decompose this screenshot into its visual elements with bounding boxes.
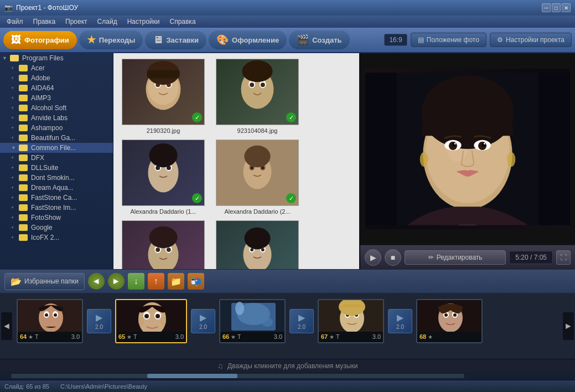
file-item-5[interactable]: ✓ Alexandra Daddario.jpeg xyxy=(119,220,208,269)
file-item-6[interactable]: ✓ Alexis Knapp.jpg xyxy=(213,220,302,269)
slide-dur-66: 3.0 xyxy=(274,333,282,340)
tree-item-dllsuite[interactable]: + DLLSuite xyxy=(0,163,113,173)
file-item-1[interactable]: ✓ 2190320.jpg xyxy=(119,59,208,134)
add-button[interactable]: 📬 xyxy=(188,273,204,290)
edit-button[interactable]: ✏ Редактировать xyxy=(405,250,506,265)
slide-num-68: 68 xyxy=(419,333,426,340)
tree-item-ashampoo[interactable]: + Ashampoo xyxy=(0,123,113,133)
transition-1[interactable]: ▶ 2.0 xyxy=(85,299,113,343)
transition-3[interactable]: ▶ 2.0 xyxy=(288,299,315,343)
timeline-scroll[interactable]: ◄ 64 ★ T 3.0 xyxy=(0,293,575,349)
scrollbar-area xyxy=(0,372,575,380)
file-item-2[interactable]: ✓ 923104084.jpg xyxy=(213,59,302,134)
file-item-3[interactable]: ✓ Alexandra Daddario (1... xyxy=(119,140,208,215)
folder-icon xyxy=(19,95,28,101)
menu-settings[interactable]: Настройки xyxy=(123,17,164,27)
transition-4[interactable]: ▶ 2.0 xyxy=(386,299,414,343)
folder-icon xyxy=(19,85,28,91)
tree-item-fotoshow[interactable]: + FotoShow xyxy=(0,213,113,223)
project-settings-button[interactable]: ⚙ Настройки проекта xyxy=(490,33,572,47)
tab-design[interactable]: 🎨 Оформление xyxy=(209,30,287,49)
tree-item-icofx[interactable]: + IcoFX 2... xyxy=(0,233,113,243)
trans-badge-2: ▶ 2.0 xyxy=(191,309,215,333)
tree-item-beautifun[interactable]: + Beautifun Ga... xyxy=(0,133,113,143)
svg-point-55 xyxy=(507,152,515,167)
transition-2[interactable]: ▶ 2.0 xyxy=(189,299,217,343)
slide-item-64[interactable]: 64 ★ T 3.0 xyxy=(17,299,83,343)
maximize-button[interactable]: □ xyxy=(552,3,561,12)
tree-item-acer[interactable]: + Acer xyxy=(0,63,113,73)
menu-help[interactable]: Справка xyxy=(165,17,200,27)
stop-button[interactable]: ■ xyxy=(385,249,401,266)
tree-item-aimp3[interactable]: + AIMP3 xyxy=(0,93,113,103)
tab-transitions[interactable]: ★ Переходы xyxy=(79,30,143,49)
open-folder-button[interactable]: 📁 xyxy=(168,273,184,290)
folder-icon xyxy=(10,55,19,61)
slide-item-67[interactable]: 67 ★ T 3.0 xyxy=(318,299,384,343)
music-bar[interactable]: ♫ Дважды кликните для добавления музыки xyxy=(0,359,575,372)
slide-star-66: ★ xyxy=(231,334,236,340)
tree-item-google[interactable]: + Google xyxy=(0,223,113,233)
folder-icon xyxy=(19,204,28,211)
next-button[interactable]: ► xyxy=(108,273,125,290)
move-down-button[interactable]: ↓ xyxy=(128,273,144,290)
file-grid[interactable]: ✓ 2190320.jpg ✓ 923104084.jpg xyxy=(113,53,359,269)
screensaver-icon: 🖥 xyxy=(153,34,163,46)
favorites-button[interactable]: 📂 Избранные папки xyxy=(4,273,85,290)
tree-item-dreamaqua[interactable]: + Dream Aqua... xyxy=(0,183,113,193)
titlebar-left: 📷 Проект1 - ФотоШОУ xyxy=(4,4,78,12)
file-item-4[interactable]: ✓ Alexandra Daddario (2... xyxy=(213,140,302,215)
slide-item-65[interactable]: 65 ★ T 3.0 xyxy=(115,299,187,343)
horizontal-scrollbar[interactable] xyxy=(11,374,464,378)
tree-item-alcohol[interactable]: + Alcohol Soft xyxy=(0,103,113,113)
fullscreen-button[interactable]: ⛶ xyxy=(556,250,571,265)
scrollbar-thumb[interactable] xyxy=(147,374,238,378)
folder-icon xyxy=(19,145,28,151)
timeline-prev-arrow[interactable]: ◄ xyxy=(1,312,12,340)
tab-create[interactable]: 🎬 Создать xyxy=(289,30,349,49)
tree-item-anvide[interactable]: + Anvide Labs xyxy=(0,113,113,123)
svg-point-24 xyxy=(250,166,253,169)
tree-item-dontsmokin[interactable]: + Dont Smokin... xyxy=(0,173,113,183)
folder-icon xyxy=(19,184,28,191)
tree-item-faststone-c[interactable]: + FastStone Ca... xyxy=(0,193,113,203)
folder-icon xyxy=(19,164,28,171)
tree-label: Acer xyxy=(31,64,45,72)
menu-edit[interactable]: Правка xyxy=(29,17,60,27)
tree-label: DLLSuite xyxy=(31,164,58,172)
tree-item-faststone-i[interactable]: + FastStone Im... xyxy=(0,203,113,213)
svg-point-67 xyxy=(144,314,149,318)
file-toolbar: 📂 Избранные папки ◄ ► ↓ ↑ 📁 📬 xyxy=(0,269,575,293)
svg-point-26 xyxy=(244,146,270,167)
menu-file[interactable]: Файл xyxy=(2,17,28,27)
play-button[interactable]: ▶ xyxy=(365,249,381,266)
tree-label: FotoShow xyxy=(31,214,61,221)
svg-point-74 xyxy=(235,302,244,315)
time-display: 5:20 / 7:05 xyxy=(509,251,553,264)
menu-project[interactable]: Проект xyxy=(61,17,92,27)
slide-item-68[interactable]: 68 ★ xyxy=(416,299,483,343)
tree-item-aida64[interactable]: + AIDA64 xyxy=(0,83,113,93)
tab-photos[interactable]: 🖼 Фотографии xyxy=(3,31,77,49)
move-up-button[interactable]: ↑ xyxy=(148,273,164,290)
svg-point-11 xyxy=(250,82,254,87)
timeline-next-arrow[interactable]: ► xyxy=(563,312,574,340)
tree-item-dfx[interactable]: + DFX xyxy=(0,153,113,163)
folder-icon xyxy=(19,65,28,71)
prev-button[interactable]: ◄ xyxy=(88,273,105,290)
file-label-3: Alexandra Daddario (1... xyxy=(119,208,208,215)
photo-position-button[interactable]: ▤ Положение фото xyxy=(411,33,486,47)
svg-point-75 xyxy=(262,318,273,327)
tree-item-common[interactable]: ▼ Common File... xyxy=(0,143,113,153)
menu-slide[interactable]: Слайд xyxy=(93,17,122,27)
file-thumbnail-5: ✓ xyxy=(122,220,205,269)
right-arrow-icon: ► xyxy=(112,276,121,286)
tab-screensavers[interactable]: 🖥 Заставки xyxy=(145,31,206,49)
file-tree-content[interactable]: ▼ Program Files + Acer + Adobe + AIDA64 … xyxy=(0,53,113,269)
tree-item-root[interactable]: ▼ Program Files xyxy=(0,53,113,63)
slide-item-66[interactable]: 66 ★ T 3.0 xyxy=(219,299,286,343)
close-button[interactable]: ✕ xyxy=(562,3,571,12)
tree-item-adobe[interactable]: + Adobe xyxy=(0,73,113,83)
minimize-button[interactable]: ─ xyxy=(542,3,551,12)
tree-label: AIDA64 xyxy=(31,84,54,92)
